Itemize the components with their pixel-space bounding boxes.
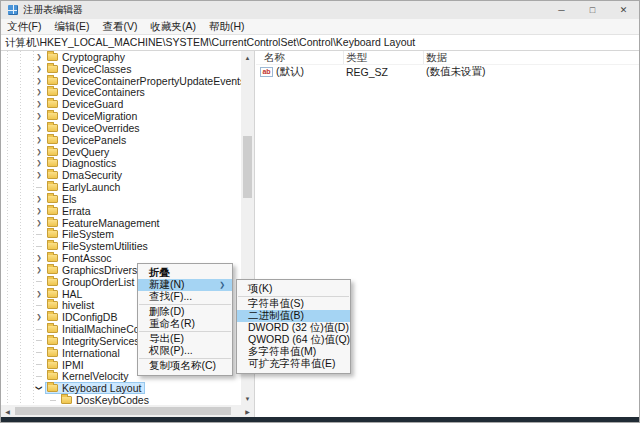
chevron-right-icon[interactable]: ❯ [33,205,45,217]
folder-icon [47,171,58,179]
folder-icon [61,396,72,404]
chevron-right-icon[interactable]: ❯ [33,193,45,205]
menubar-item-help[interactable]: 帮助(H) [209,20,245,34]
column-header-type[interactable]: 类型 [344,51,424,64]
tree-item[interactable]: ❯DeviceContainerPropertyUpdateEvents [1,75,241,87]
menubar-item-view[interactable]: 查看(V) [102,20,137,34]
context-menu-item[interactable]: 查找(F)... [138,291,232,303]
tree-item-label: DeviceContainers [62,86,145,98]
chevron-right-icon[interactable]: ❯ [33,51,45,63]
menu-bar: 文件(F) 编辑(E) 查看(V) 收藏夹(A) 帮助(H) [1,19,639,34]
chevron-right-icon[interactable]: ❯ [33,264,45,276]
tree-item-content: FontAssoc [45,252,116,264]
menubar-item-favorites[interactable]: 收藏夹(A) [150,20,196,34]
chevron-right-icon[interactable]: ❯ [33,86,45,98]
tree-item[interactable]: ❯DeviceMigration [1,110,241,122]
tree-item-content: Errata [45,205,95,217]
close-button[interactable]: ✕ [608,1,639,19]
folder-icon [47,313,58,321]
tree-item[interactable]: ❯Cryptography [1,51,241,63]
tree-item[interactable]: FileSystemUtilities [1,240,241,252]
tree-horizontal-scrollbar[interactable]: ◀ ▶ [1,405,254,417]
tree-item-label: IDConfigDB [62,311,117,323]
context-menu-item[interactable]: 权限(P)... [138,345,232,357]
tree-item[interactable]: ❯DeviceContainers [1,86,241,98]
vertical-scroll-thumb[interactable] [243,136,252,198]
folder-icon [47,230,58,238]
tree-item[interactable]: EarlyLaunch [1,181,241,193]
folder-icon [47,88,58,96]
tree-item-content: GroupOrderList [45,276,138,288]
chevron-right-icon[interactable]: ❯ [33,98,45,110]
maximize-button[interactable]: □ [577,1,608,19]
tree-item[interactable]: ❯FeatureManagement [1,217,241,229]
tree-item[interactable]: ❯Keyboard Layout [1,382,241,394]
tree-item-label: FileSystem [62,228,114,240]
minimize-button[interactable]: ─ [546,1,577,19]
tree-line-stub [33,335,45,347]
tree-item-label: FileSystemUtilities [62,240,148,252]
chevron-right-icon[interactable]: ❯ [33,134,45,146]
horizontal-scroll-thumb[interactable] [15,407,231,415]
tree-item-content: FileSystemUtilities [45,240,152,252]
chevron-right-icon[interactable]: ❯ [33,311,45,323]
scroll-down-icon[interactable]: ▼ [241,392,254,405]
tree-item[interactable]: ❯DeviceGuard [1,98,241,110]
scroll-up-icon[interactable]: ▲ [241,51,254,64]
tree-line-stub [33,181,45,193]
chevron-right-icon[interactable]: ❯ [33,110,45,122]
chevron-right-icon[interactable]: ❯ [33,169,45,181]
folder-icon [47,242,58,250]
scroll-left-icon[interactable]: ◀ [1,405,14,417]
tree-item-content: DeviceClasses [45,63,135,75]
menubar-item-edit[interactable]: 编辑(E) [54,20,89,34]
submenu-item[interactable]: 可扩充字符串值(E) [237,358,350,370]
submenu-item[interactable]: 项(K) [237,283,350,295]
tree-item[interactable]: DosKeybCodes [1,394,241,405]
chevron-right-icon[interactable]: ❯ [33,146,45,158]
column-header-name[interactable]: 名称 [256,51,344,64]
tree-item[interactable]: ❯DevQuery [1,146,241,158]
chevron-right-icon[interactable]: ❯ [33,75,45,87]
chevron-right-icon[interactable]: ❯ [33,63,45,75]
tree-item-content: DmaSecurity [45,169,126,181]
folder-icon [47,290,58,298]
chevron-right-icon[interactable]: ❯ [33,252,45,264]
menu-item-label: 项(K) [248,282,273,296]
tree-item[interactable]: FileSystem [1,228,241,240]
tree-item-label: DeviceGuard [62,98,123,110]
chevron-right-icon[interactable]: ❯ [33,122,45,134]
context-menu-item[interactable]: 重命名(R) [138,318,232,330]
folder-icon [47,266,58,274]
context-menu-item[interactable]: 复制项名称(C) [138,360,232,372]
address-bar[interactable]: 计算机\HKEY_LOCAL_MACHINE\SYSTEM\CurrentCon… [1,34,639,51]
value-name: (默认) [276,65,304,79]
tree-item-label: Diagnostics [62,157,116,169]
tree-item[interactable]: ❯Errata [1,205,241,217]
menubar-item-file[interactable]: 文件(F) [7,20,41,34]
folder-icon [47,124,58,132]
folder-icon [47,278,58,286]
tree-item[interactable]: ❯DevicePanels [1,134,241,146]
value-data: (数值未设置) [424,65,639,79]
tree-item-content: Els [45,193,81,205]
chevron-right-icon[interactable]: ❯ [33,157,45,169]
tree-item[interactable]: ❯DmaSecurity [1,169,241,181]
tree-item[interactable]: ❯Els [1,193,241,205]
column-header-data[interactable]: 数据 [424,51,639,64]
folder-icon [47,112,58,120]
tree-item-content: DeviceOverrides [45,122,144,134]
chevron-right-icon[interactable]: ❯ [33,217,45,229]
tree-item-content: GraphicsDrivers [45,264,141,276]
folder-icon [47,148,58,156]
new-submenu: 项(K)字符串值(S)二进制值(B)DWORD (32 位)值(D)QWORD … [236,279,351,374]
value-row[interactable]: (默认)REG_SZ(数值未设置) [256,65,639,78]
tree-item[interactable]: ❯DeviceOverrides [1,122,241,134]
chevron-down-icon[interactable]: ❯ [33,382,45,394]
tree-item-content: IntegrityServices [45,335,144,347]
chevron-right-icon[interactable]: ❯ [33,288,45,300]
tree-item[interactable]: ❯Diagnostics [1,157,241,169]
tree-item[interactable]: ❯DeviceClasses [1,63,241,75]
scroll-right-icon[interactable]: ▶ [241,405,254,417]
registry-editor-window: 注册表编辑器 ─ □ ✕ 文件(F) 编辑(E) 查看(V) 收藏夹(A) 帮助… [0,0,640,423]
